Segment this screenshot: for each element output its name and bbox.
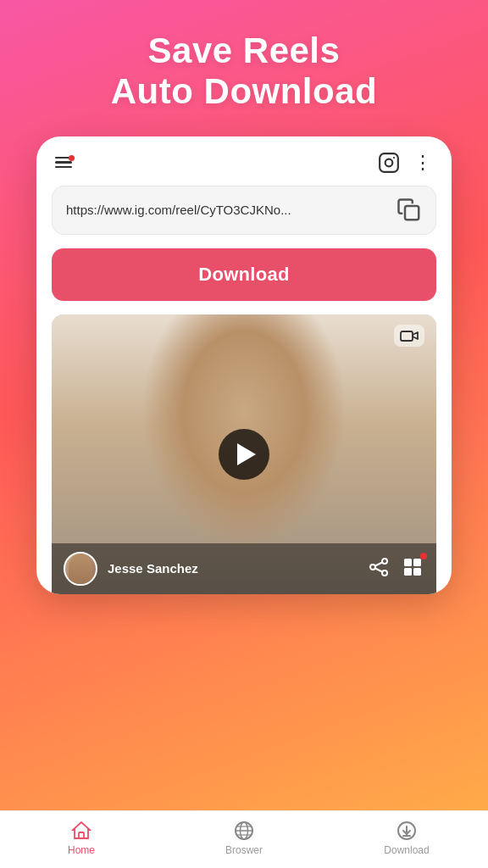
svg-point-5 [382, 559, 387, 564]
svg-rect-3 [405, 206, 419, 220]
svg-point-1 [385, 159, 393, 166]
svg-line-8 [375, 562, 382, 565]
copy-icon[interactable] [396, 198, 422, 223]
app-header-title: Save Reels Auto Download [111, 31, 377, 113]
camera-icon [400, 328, 419, 343]
menu-notification-dot [69, 155, 75, 161]
nav-item-browser[interactable]: Broswer [214, 820, 274, 856]
url-text: https://www.ig.com/reel/CyTO3CJKNo... [66, 203, 386, 217]
svg-line-9 [375, 568, 382, 571]
browser-bar: ⋮ [52, 152, 436, 186]
svg-rect-0 [380, 153, 398, 172]
username: Jesse Sanchez [108, 561, 357, 576]
svg-point-6 [370, 565, 375, 570]
nav-label-download: Download [384, 844, 429, 856]
menu-icon[interactable] [55, 157, 72, 169]
play-button[interactable] [219, 429, 269, 480]
home-icon [70, 820, 92, 842]
nav-label-home: Home [68, 844, 95, 856]
video-container: Jesse Sanchez [52, 314, 436, 594]
grid-button[interactable] [401, 555, 424, 582]
browser-bar-icons: ⋮ [378, 152, 433, 174]
bottom-nav: Home Broswer Download [0, 810, 488, 868]
svg-rect-4 [401, 331, 413, 341]
grid-notification-dot [420, 553, 427, 559]
download-icon [396, 820, 418, 842]
svg-rect-11 [413, 559, 421, 566]
nav-item-home[interactable]: Home [52, 820, 111, 856]
svg-rect-14 [79, 832, 84, 838]
video-camera-badge [394, 325, 424, 347]
play-icon [237, 443, 256, 465]
phone-card: ⋮ https://www.ig.com/reel/CyTO3CJKNo... … [36, 136, 452, 594]
avatar [64, 552, 97, 586]
svg-rect-12 [404, 568, 412, 576]
more-options-icon[interactable]: ⋮ [413, 152, 433, 174]
download-button[interactable]: Download [52, 248, 436, 301]
svg-point-2 [393, 157, 395, 159]
browser-icon [233, 820, 255, 842]
svg-rect-10 [404, 559, 412, 566]
svg-point-7 [382, 570, 387, 576]
nav-label-browser: Broswer [225, 844, 263, 856]
instagram-icon [378, 152, 400, 174]
nav-item-download[interactable]: Download [377, 820, 436, 856]
url-bar[interactable]: https://www.ig.com/reel/CyTO3CJKNo... [52, 186, 436, 235]
video-footer: Jesse Sanchez [52, 543, 436, 594]
header-line1: Save Reels [148, 31, 341, 70]
share-button[interactable] [367, 555, 391, 582]
header-line2: Auto Download [111, 71, 377, 111]
svg-rect-13 [413, 568, 421, 576]
